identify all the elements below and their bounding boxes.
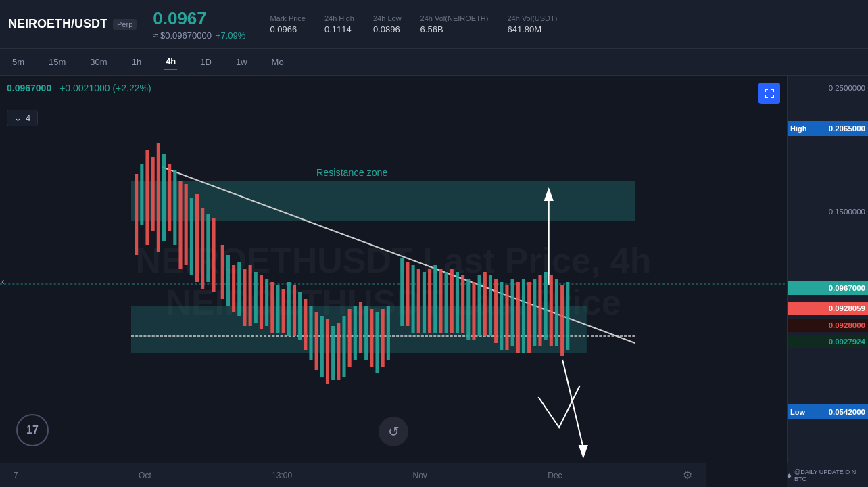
stat-value-vol-neiro: 6.56B: [420, 24, 489, 34]
timeframe-bar: 5m 15m 30m 1h 4h 1D 1w Mo: [0, 49, 868, 76]
time-label-1300: 13:00: [272, 471, 292, 480]
svg-rect-62: [433, 265, 437, 333]
tf-1w[interactable]: 1w: [235, 54, 249, 70]
svg-rect-31: [254, 272, 258, 323]
tf-1h[interactable]: 1h: [130, 54, 143, 70]
svg-rect-76: [511, 279, 514, 346]
tf-1d[interactable]: 1D: [199, 54, 213, 70]
indicator-dropdown[interactable]: ⌄ 4: [7, 110, 38, 126]
tf-5m[interactable]: 5m: [11, 54, 26, 70]
stat-label-mark: Mark Price: [270, 14, 306, 22]
tf-4h[interactable]: 4h: [164, 53, 177, 70]
tf-15m[interactable]: 15m: [47, 54, 67, 70]
svg-rect-75: [505, 285, 508, 350]
bottom-branding: ◆ @DAILY UPDATE O N BTC: [787, 463, 868, 487]
svg-rect-39: [298, 292, 302, 340]
svg-rect-63: [439, 269, 442, 333]
svg-rect-68: [466, 279, 470, 340]
svg-rect-28: [237, 262, 241, 316]
svg-rect-20: [190, 198, 193, 275]
svg-rect-84: [555, 279, 558, 346]
svg-rect-64: [445, 272, 448, 333]
svg-rect-24: [212, 218, 215, 292]
svg-rect-81: [538, 275, 541, 346]
svg-rect-27: [232, 265, 235, 312]
svg-rect-83: [550, 275, 553, 346]
tf-30m[interactable]: 30m: [89, 54, 108, 70]
stat-value-mark: 0.0966: [270, 24, 306, 34]
svg-rect-58: [412, 265, 415, 333]
time-label-nov: Nov: [413, 471, 427, 480]
collapse-arrow[interactable]: ‹: [1, 276, 5, 287]
svg-rect-67: [461, 275, 464, 333]
time-label-dec: Dec: [548, 471, 562, 480]
svg-rect-16: [168, 164, 171, 231]
svg-rect-48: [348, 309, 352, 367]
stat-mark-price: Mark Price 0.0966: [270, 14, 306, 34]
svg-rect-80: [533, 279, 536, 346]
price-level-darkgreen: 0.0927924: [788, 335, 868, 348]
svg-marker-8: [579, 445, 588, 459]
svg-rect-53: [375, 312, 379, 373]
svg-rect-30: [249, 265, 252, 326]
branding-text: @DAILY UPDATE O N BTC: [794, 469, 868, 482]
svg-rect-69: [472, 282, 475, 340]
stat-24h-high: 24h High 0.1114: [324, 14, 354, 34]
svg-rect-50: [359, 302, 362, 353]
svg-rect-22: [201, 208, 204, 289]
stat-vol-neiro: 24h Vol(NEIROETH) 6.56B: [420, 14, 489, 34]
price-high-label: High 0.2065000: [788, 121, 868, 136]
svg-rect-71: [483, 272, 487, 336]
svg-rect-11: [140, 164, 143, 225]
symbol-block: NEIROETH/USDT Perp: [8, 17, 137, 31]
svg-rect-65: [450, 269, 454, 333]
price-level-darkred: 0.0928000: [788, 319, 868, 332]
svg-rect-14: [157, 143, 160, 252]
svg-rect-82: [544, 272, 548, 340]
svg-rect-38: [293, 285, 296, 336]
svg-rect-66: [456, 272, 459, 333]
settings-icon[interactable]: ⚙: [683, 469, 692, 482]
chevron-down-icon: ⌄: [14, 113, 22, 123]
tradingview-logo[interactable]: 17: [16, 414, 49, 446]
stat-label-low: 24h Low: [373, 14, 402, 22]
price-low-value: 0.0542000: [829, 408, 865, 416]
time-label-oct: Oct: [139, 471, 151, 480]
stat-label-high: 24h High: [324, 14, 354, 22]
svg-rect-57: [406, 262, 409, 326]
svg-rect-35: [276, 285, 279, 333]
svg-rect-55: [387, 306, 390, 360]
stat-value-low: 0.0896: [373, 24, 402, 34]
svg-rect-77: [516, 282, 520, 353]
stat-24h-low: 24h Low 0.0896: [373, 14, 402, 34]
fullscreen-button[interactable]: [758, 83, 780, 104]
stat-value-high: 0.1114: [324, 24, 354, 34]
tf-mo[interactable]: Mo: [270, 54, 285, 70]
svg-text:Resistance zone: Resistance zone: [316, 167, 388, 178]
svg-rect-37: [287, 282, 291, 336]
price-current-green: 0.0967000: [788, 281, 868, 295]
svg-rect-49: [354, 306, 357, 360]
stat-value-vol-usdt: 641.80M: [507, 24, 557, 34]
svg-rect-52: [370, 309, 373, 367]
symbol-name: NEIROETH/USDT: [8, 17, 107, 31]
refresh-icon: ↺: [388, 423, 400, 440]
svg-rect-13: [151, 157, 155, 231]
svg-rect-41: [309, 306, 312, 360]
price-level-15: 0.1500000: [829, 208, 865, 216]
price-high-value: 0.2065000: [829, 124, 865, 133]
svg-rect-32: [260, 275, 263, 329]
svg-rect-61: [428, 269, 431, 333]
svg-rect-46: [337, 323, 340, 380]
svg-rect-21: [195, 194, 199, 282]
chart-price-current: 0.0967000: [7, 83, 51, 93]
main-price: 0.0967: [153, 8, 245, 29]
svg-rect-33: [265, 279, 268, 326]
refresh-button[interactable]: ↺: [379, 417, 408, 446]
chart-main: 0.0967000 +0.0021000 (+2.22%) ⌄ 4 NEIROE…: [0, 76, 787, 487]
svg-rect-56: [400, 258, 404, 326]
indicator-count: 4: [26, 113, 30, 123]
svg-rect-26: [226, 255, 230, 306]
svg-rect-51: [364, 306, 368, 360]
price-sidebar: 0.2500000 High 0.2065000 0.1500000 0.096…: [787, 76, 868, 487]
